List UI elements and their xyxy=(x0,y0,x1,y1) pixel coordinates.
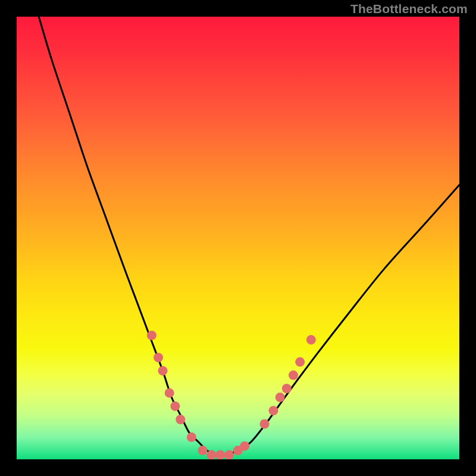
curve-marker xyxy=(206,450,216,459)
plot-area xyxy=(17,17,459,459)
curve-marker xyxy=(275,393,285,402)
curve-marker xyxy=(147,331,156,340)
watermark-text: TheBottleneck.com xyxy=(350,2,468,16)
curve-marker xyxy=(306,335,316,345)
curve-marker xyxy=(269,406,278,415)
curve-marker xyxy=(240,441,249,451)
curve-marker xyxy=(198,446,208,455)
curve-marker xyxy=(215,450,225,459)
curve-marker xyxy=(224,450,234,459)
bottleneck-curve xyxy=(39,17,459,456)
curve-marker xyxy=(260,419,270,429)
curve-marker xyxy=(154,353,163,362)
curve-marker xyxy=(282,384,292,393)
curve-marker xyxy=(176,415,185,424)
curve-markers xyxy=(147,331,316,459)
curve-marker xyxy=(158,366,168,375)
chart-svg xyxy=(17,17,459,459)
curve-marker xyxy=(165,388,174,397)
curve-marker xyxy=(187,433,196,442)
chart-frame: TheBottleneck.com xyxy=(0,0,476,476)
curve-marker xyxy=(170,402,180,411)
curve-marker xyxy=(289,371,298,380)
curve-marker xyxy=(295,357,305,367)
